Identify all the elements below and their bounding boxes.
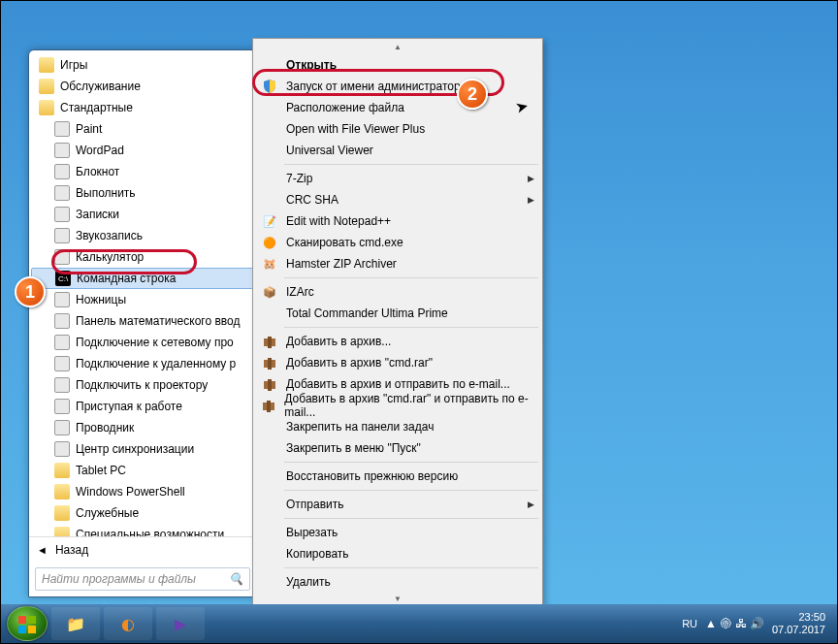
ctx-item-label: 7-Zip: [286, 172, 312, 185]
ctx-item-3[interactable]: Open with File Viewer Plus: [255, 118, 540, 140]
ctx-item-27[interactable]: Копировать: [255, 543, 540, 564]
snip-icon: [54, 292, 70, 307]
explorer-icon: [54, 420, 70, 435]
shield-icon: [261, 79, 278, 94]
ctx-item-24[interactable]: Отправить▶: [255, 494, 540, 515]
tray-lang[interactable]: RU: [682, 618, 697, 629]
menu-item-label: Панель математического ввод: [76, 314, 240, 328]
context-menu: ▲ ОткрытьЗапуск от имени администратораР…: [252, 38, 543, 609]
math-icon: [54, 313, 70, 329]
menu-item-label: Tablet PC: [76, 464, 126, 477]
ctx-item-label: Удалить: [286, 575, 331, 589]
start-button[interactable]: [7, 606, 48, 641]
ctx-item-6[interactable]: 7-Zip▶: [255, 168, 540, 189]
taskbar-mediaplayer[interactable]: ◐: [104, 607, 152, 640]
menu-item-notes[interactable]: Записки: [31, 204, 254, 225]
ctx-item-16[interactable]: Добавить в архив "cmd.rar": [255, 352, 540, 373]
ctx-item-1[interactable]: Запуск от имени администратора: [255, 76, 540, 97]
winrar-icon: [261, 355, 278, 370]
tray-icons[interactable]: ▲ 🞋 🖧 🔊: [705, 617, 764, 630]
menu-item-folder[interactable]: Windows PowerShell: [31, 481, 254, 502]
menu-item-label: Служебные: [76, 506, 139, 520]
ctx-item-4[interactable]: Universal Viewer: [255, 140, 540, 161]
menu-item-sync[interactable]: Центр синхронизации: [31, 438, 254, 460]
ctx-item-20[interactable]: Закрепить в меню "Пуск": [255, 437, 540, 459]
ctx-item-10[interactable]: 🐹Hamster ZIP Archiver: [255, 253, 540, 274]
sound-icon: [54, 228, 70, 243]
annotation-badge-2: 2: [457, 79, 488, 110]
menu-item-run[interactable]: Выполнить: [31, 182, 254, 204]
ctx-item-26[interactable]: Вырезать: [255, 522, 540, 543]
menu-item-label: Выполнить: [76, 186, 136, 200]
menu-item-folder[interactable]: Специальные возможности: [31, 524, 254, 536]
menu-item-math[interactable]: Панель математического ввод: [31, 310, 254, 332]
menu-item-label: Paint: [76, 122, 102, 136]
netproj-icon: [54, 335, 70, 350]
menu-item-wordpad[interactable]: WordPad: [31, 140, 254, 161]
separator: [284, 490, 538, 491]
ctx-item-9[interactable]: 🟠Сканировать cmd.exe: [255, 232, 540, 253]
menu-item-rdp[interactable]: Подключение к удаленному р: [31, 353, 254, 374]
taskbar-explorer[interactable]: 📁: [51, 607, 100, 640]
ctx-item-19[interactable]: Закрепить на панели задач: [255, 416, 540, 437]
blank-icon: [261, 192, 278, 208]
menu-item-label: Командная строка: [77, 272, 176, 285]
menu-item-explorer[interactable]: Проводник: [31, 417, 254, 438]
menu-item-start[interactable]: Приступая к работе: [31, 396, 254, 417]
ctx-item-18[interactable]: Добавить в архив "cmd.rar" и отправить п…: [255, 395, 540, 416]
ctx-item-15[interactable]: Добавить в архив...: [255, 331, 540, 352]
submenu-arrow-icon: ▶: [528, 195, 534, 205]
menu-item-paint[interactable]: Paint: [31, 118, 254, 140]
back-button[interactable]: ◄ Назад: [29, 536, 256, 562]
tray-date: 07.07.2017: [772, 624, 825, 636]
blank-icon: [261, 143, 278, 158]
menu-item-label: Ножницы: [76, 293, 126, 306]
menu-item-folder[interactable]: Игры: [31, 54, 254, 76]
blank-icon: [261, 121, 278, 137]
blank-icon: [261, 574, 278, 590]
npp-icon: 📝: [261, 213, 278, 229]
menu-item-folder[interactable]: Обслуживание: [31, 76, 254, 97]
blank-icon: [261, 546, 278, 562]
ctx-item-0[interactable]: Открыть: [255, 54, 540, 76]
blank-icon: [261, 100, 278, 115]
ctx-item-13[interactable]: Total Commander Ultima Prime: [255, 303, 540, 324]
menu-item-label: Специальные возможности: [76, 528, 224, 536]
menu-item-calc[interactable]: Калькулятор: [31, 246, 254, 268]
svg-rect-3: [268, 358, 272, 370]
folder-icon: [54, 505, 70, 521]
ctx-item-label: Восстановить прежнюю версию: [286, 469, 458, 483]
ctx-item-label: Total Commander Ultima Prime: [286, 306, 448, 320]
ctx-item-8[interactable]: 📝Edit with Notepad++: [255, 210, 540, 232]
menu-item-folder-open[interactable]: Стандартные: [31, 97, 254, 118]
blank-icon: [261, 57, 278, 73]
ctx-item-29[interactable]: Удалить: [255, 571, 540, 593]
menu-item-sound[interactable]: Звукозапись: [31, 225, 254, 246]
ctx-item-22[interactable]: Восстановить прежнюю версию: [255, 466, 540, 487]
tray-clock[interactable]: 23:50 07.07.2017: [772, 611, 831, 636]
blank-icon: [261, 171, 278, 186]
back-arrow-icon: ◄: [37, 544, 48, 556]
menu-item-cmd[interactable]: C:\Командная строка: [31, 268, 254, 289]
winrar-icon: [261, 334, 278, 349]
ctx-item-12[interactable]: 📦IZArc: [255, 281, 540, 303]
ctx-item-label: Расположение файла: [286, 101, 404, 114]
menu-item-folder[interactable]: Tablet PC: [31, 460, 254, 481]
proj-icon: [54, 377, 70, 393]
scroll-up-icon[interactable]: ▲: [255, 41, 540, 54]
menu-item-label: Обслуживание: [60, 80, 141, 93]
ctx-item-7[interactable]: CRC SHA▶: [255, 189, 540, 210]
ctx-item-label: Копировать: [286, 547, 349, 561]
menu-item-snip[interactable]: Ножницы: [31, 289, 254, 310]
taskbar-app[interactable]: ▶: [156, 607, 205, 640]
menu-item-folder[interactable]: Служебные: [31, 502, 254, 524]
search-placeholder: Найти программы и файлы: [42, 572, 196, 586]
menu-item-proj[interactable]: Подключить к проектору: [31, 374, 254, 396]
ctx-item-label: Закрепить в меню "Пуск": [286, 441, 421, 455]
taskbar: 📁 ◐ ▶ RU ▲ 🞋 🖧 🔊 23:50 07.07.2017: [1, 604, 837, 643]
calc-icon: [54, 249, 70, 265]
search-input[interactable]: Найти программы и файлы 🔍: [35, 567, 250, 591]
ctx-item-2[interactable]: Расположение файла: [255, 97, 540, 118]
menu-item-netproj[interactable]: Подключение к сетевому про: [31, 332, 254, 353]
menu-item-notepad[interactable]: Блокнот: [31, 161, 254, 182]
